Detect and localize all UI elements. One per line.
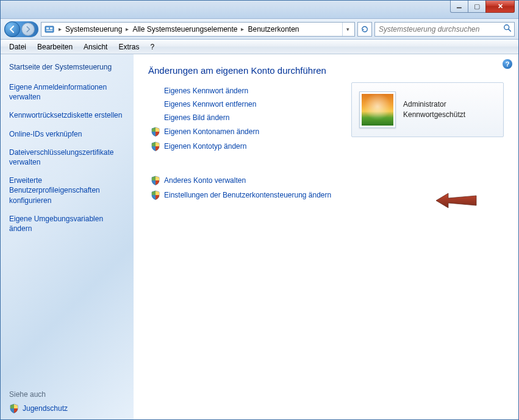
control-panel-icon	[44, 24, 55, 35]
sidebar-task[interactable]: Online-IDs verknüpfen	[9, 129, 126, 139]
forward-button[interactable]	[21, 23, 35, 36]
avatar-image	[362, 94, 393, 126]
titlebar	[1, 1, 518, 19]
refresh-button[interactable]	[357, 22, 372, 37]
svg-line-5	[509, 29, 511, 32]
search-icon[interactable]	[503, 24, 512, 34]
nav-back-forward	[4, 21, 38, 37]
svg-rect-1	[46, 27, 49, 29]
breadcrumb-item[interactable]: Benutzerkonten	[246, 25, 300, 34]
chevron-right-icon: ▸	[56, 26, 64, 32]
avatar	[359, 91, 396, 128]
shield-icon	[9, 404, 19, 413]
maximize-button[interactable]	[468, 1, 486, 13]
see-also-link[interactable]: Jugendschutz	[9, 404, 126, 413]
account-name: Administrator	[403, 99, 465, 110]
sidebar-task[interactable]: Eigene Anmeldeinformationen verwalten	[9, 82, 126, 102]
body: Startseite der Systemsteuerung Eigene An…	[1, 54, 518, 419]
shield-icon	[151, 141, 160, 151]
menu-edit[interactable]: Bearbeiten	[32, 41, 77, 52]
window-controls	[451, 1, 515, 13]
menu-file[interactable]: Datei	[4, 41, 31, 52]
menu-extras[interactable]: Extras	[113, 41, 144, 52]
control-panel-home-link[interactable]: Startseite der Systemsteuerung	[9, 63, 126, 71]
breadcrumb-dropdown[interactable]: ▾	[342, 23, 353, 36]
minimize-button[interactable]	[450, 1, 468, 13]
page-heading: Änderungen am eigenen Konto durchführen	[148, 65, 506, 76]
sidebar: Startseite der Systemsteuerung Eigene An…	[1, 54, 134, 419]
chevron-right-icon: ▸	[123, 26, 131, 32]
account-status: Kennwortgeschützt	[403, 110, 465, 120]
close-button[interactable]	[485, 1, 515, 13]
navigation-bar: ▸ Systemsteuerung ▸ Alle Systemsteuerung…	[1, 19, 518, 40]
svg-rect-2	[50, 27, 52, 29]
breadcrumb-item[interactable]: Alle Systemsteuerungselemente	[131, 25, 238, 34]
shield-icon	[151, 176, 160, 185]
content: ? Änderungen am eigenen Konto durchführe…	[134, 54, 518, 419]
shield-icon	[151, 127, 160, 137]
sidebar-task[interactable]: Dateiverschlüsselungs­zertifikate verwal…	[9, 148, 126, 167]
search-input[interactable]	[378, 24, 503, 34]
help-icon[interactable]: ?	[503, 59, 512, 69]
change-account-type-link[interactable]: Eigenen Kontotyp ändern	[164, 141, 506, 151]
back-button[interactable]	[4, 21, 20, 37]
uac-settings-link[interactable]: Einstellungen der Benutzerkontensteuerun…	[164, 190, 506, 200]
breadcrumb[interactable]: ▸ Systemsteuerung ▸ Alle Systemsteuerung…	[41, 22, 355, 37]
account-info: Administrator Kennwortgeschützt	[403, 99, 465, 120]
shield-icon	[151, 190, 160, 200]
menu-view[interactable]: Ansicht	[79, 41, 112, 52]
see-also-label: Jugendschutz	[23, 404, 68, 413]
breadcrumb-item[interactable]: Systemsteuerung	[64, 25, 123, 34]
window: ▸ Systemsteuerung ▸ Alle Systemsteuerung…	[0, 0, 519, 420]
menu-bar: Datei Bearbeiten Ansicht Extras ?	[1, 40, 518, 54]
sidebar-task[interactable]: Kennwortrücksetzdiskette erstellen	[9, 110, 126, 120]
manage-other-account-link[interactable]: Anderes Konto verwalten	[164, 176, 506, 185]
chevron-right-icon: ▸	[238, 26, 246, 32]
see-also-heading: Siehe auch	[9, 390, 126, 399]
search-box[interactable]	[374, 22, 515, 37]
account-card: Administrator Kennwortgeschützt	[351, 82, 504, 137]
menu-help[interactable]: ?	[145, 41, 159, 52]
svg-rect-3	[46, 30, 52, 31]
sidebar-task[interactable]: Erweiterte Benutzerprofileigenschaften k…	[9, 176, 126, 205]
sidebar-task[interactable]: Eigene Umgebungsvariablen ändern	[9, 214, 126, 233]
